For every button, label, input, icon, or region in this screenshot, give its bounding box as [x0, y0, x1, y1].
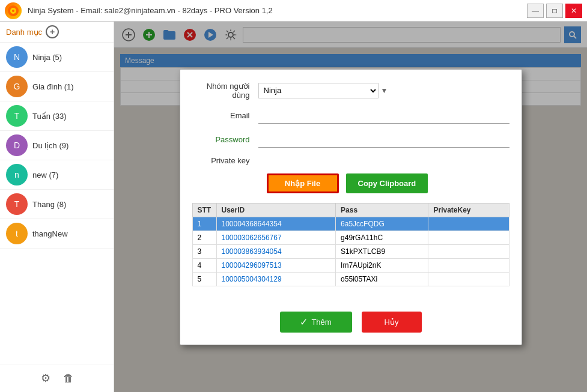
- email-input[interactable]: [258, 108, 509, 124]
- password-input[interactable]: [258, 132, 509, 148]
- sidebar-item-6[interactable]: t thangNew: [0, 219, 114, 249]
- email-row: Email: [192, 108, 509, 124]
- avatar: n: [6, 164, 28, 185]
- nhom-select[interactable]: NinjaGia đìnhTuấnDu lịchnewThangthangNew: [258, 83, 379, 98]
- minimize-button[interactable]: —: [527, 4, 544, 18]
- copy-clipboard-button[interactable]: Copy Clipboard: [346, 173, 428, 193]
- app-logo: [5, 2, 22, 19]
- table-row[interactable]: 2 100003062656767 g49rGA11hC: [192, 231, 509, 244]
- sidebar-item-label: Thang (8): [32, 200, 66, 209]
- cell-stt: 3: [192, 244, 216, 258]
- close-button[interactable]: ✕: [565, 4, 582, 18]
- sidebar-item-label: Tuấn (33): [32, 112, 67, 121]
- maximize-button[interactable]: □: [546, 4, 563, 18]
- cell-stt: 4: [192, 258, 216, 272]
- table-row[interactable]: 1 100004368644354 6a5JccFQDG: [192, 217, 509, 231]
- dialog-content: Nhóm người dùng NinjaGia đìnhTuấnDu lịch…: [180, 70, 522, 303]
- table-header-row: STT UserID Pass PrivateKey: [192, 203, 509, 217]
- avatar: N: [6, 46, 28, 68]
- nhom-row: Nhóm người dùng NinjaGia đìnhTuấnDu lịch…: [192, 82, 509, 100]
- select-arrow: ▼: [381, 86, 388, 95]
- cell-privatekey: [428, 217, 509, 231]
- cell-pass: g49rGA11hC: [336, 231, 428, 244]
- col-privatekey: PrivateKey: [428, 203, 509, 217]
- table-row[interactable]: 4 100004296097513 Im7AUpi2nK: [192, 258, 509, 272]
- avatar: D: [6, 134, 28, 156]
- sidebar-item-0[interactable]: N Ninja (5): [0, 43, 114, 72]
- nhap-file-button[interactable]: Nhập File: [267, 173, 339, 193]
- sidebar-item-4[interactable]: n new (7): [0, 160, 114, 190]
- privatekey-row: Private key: [192, 156, 509, 165]
- cell-pass: 6a5JccFQDG: [336, 217, 428, 231]
- dialog-footer: ✓ Thêm Hủy: [180, 303, 522, 345]
- col-userid: UserID: [216, 203, 336, 217]
- cell-privatekey: [428, 231, 509, 244]
- avatar: T: [6, 193, 28, 215]
- sidebar-item-label: Du lịch (9): [32, 141, 68, 150]
- settings-icon[interactable]: ⚙: [37, 369, 55, 387]
- import-dialog: Nhóm người dùng NinjaGia đìnhTuấnDu lịch…: [180, 69, 522, 345]
- cell-pass: o55i05TAXi: [336, 272, 428, 286]
- cell-privatekey: [428, 258, 509, 272]
- cell-privatekey: [428, 244, 509, 258]
- email-label: Email: [192, 111, 258, 120]
- sidebar-footer: ⚙ 🗑: [0, 364, 114, 392]
- sidebar-item-5[interactable]: T Thang (8): [0, 190, 114, 219]
- cell-privatekey: [428, 272, 509, 286]
- dialog-overlay: Nhóm người dùng NinjaGia đìnhTuấnDu lịch…: [114, 22, 587, 392]
- sidebar-item-label: Ninja (5): [32, 53, 62, 62]
- cell-userid: 100003062656767: [216, 231, 336, 244]
- huy-button[interactable]: Hủy: [362, 312, 422, 333]
- sidebar-top: Danh mục +: [0, 22, 114, 43]
- col-pass: Pass: [336, 203, 428, 217]
- svg-point-2: [12, 10, 14, 12]
- cell-userid: 100003863934054: [216, 244, 336, 258]
- privatekey-label: Private key: [192, 156, 258, 165]
- content-area: Message Nhóm người dùng NinjaGia đìnhTuấ…: [114, 22, 587, 392]
- password-label: Password: [192, 135, 258, 144]
- avatar: T: [6, 105, 28, 127]
- titlebar: Ninja System - Email: sale2@ninjateam.vn…: [0, 0, 587, 22]
- window-controls: — □ ✕: [527, 4, 582, 18]
- password-row: Password: [192, 132, 509, 148]
- cell-pass: Im7AUpi2nK: [336, 258, 428, 272]
- them-button[interactable]: ✓ Thêm: [280, 312, 352, 333]
- sidebar-item-2[interactable]: T Tuấn (33): [0, 101, 114, 131]
- sidebar-item-1[interactable]: G Gia đình (1): [0, 72, 114, 101]
- cell-stt: 5: [192, 272, 216, 286]
- cell-userid: 100004368644354: [216, 217, 336, 231]
- col-stt: STT: [192, 203, 216, 217]
- titlebar-text: Ninja System - Email: sale2@ninjateam.vn…: [28, 6, 527, 15]
- sidebar-items-list: N Ninja (5) G Gia đình (1) T Tuấn (33) D…: [0, 43, 114, 364]
- them-label: Thêm: [311, 318, 331, 327]
- users-table: STT UserID Pass PrivateKey 1 10000436864…: [192, 203, 509, 286]
- cell-userid: 100004296097513: [216, 258, 336, 272]
- sidebar-item-label: Gia đình (1): [32, 82, 74, 91]
- cell-userid: 100005004304129: [216, 272, 336, 286]
- avatar: G: [6, 76, 28, 97]
- sidebar-item-3[interactable]: D Du lịch (9): [0, 131, 114, 160]
- trash-icon[interactable]: 🗑: [59, 369, 78, 387]
- sidebar-add-button[interactable]: +: [46, 25, 59, 38]
- sidebar-item-label: thangNew: [32, 229, 68, 238]
- avatar: t: [6, 223, 28, 244]
- cell-pass: S1kPXTLCB9: [336, 244, 428, 258]
- cell-stt: 1: [192, 217, 216, 231]
- nhom-label: Nhóm người dùng: [192, 82, 258, 100]
- action-buttons-row: Nhập File Copy Clipboard: [192, 173, 509, 193]
- sidebar-header: Danh mục: [6, 28, 42, 37]
- table-row[interactable]: 3 100003863934054 S1kPXTLCB9: [192, 244, 509, 258]
- main-layout: Danh mục + N Ninja (5) G Gia đình (1) T …: [0, 22, 587, 392]
- table-row[interactable]: 5 100005004304129 o55i05TAXi: [192, 272, 509, 286]
- cell-stt: 2: [192, 231, 216, 244]
- sidebar-item-label: new (7): [32, 170, 58, 179]
- sidebar: Danh mục + N Ninja (5) G Gia đình (1) T …: [0, 22, 114, 392]
- check-icon: ✓: [300, 316, 308, 328]
